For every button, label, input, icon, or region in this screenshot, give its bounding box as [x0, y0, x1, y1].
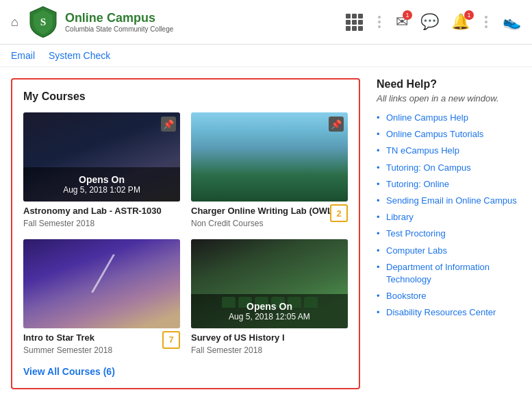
course-semester-astronomy: Fall Semester 2018: [23, 219, 180, 228]
tutoring-on-campus-link[interactable]: Tutoring: On Campus: [386, 162, 471, 173]
opens-on-date-survey: Aug 5, 2018 12:05 AM: [195, 312, 344, 321]
pin-icon: 📌: [161, 117, 176, 132]
test-proctoring-link[interactable]: Test Proctoring: [386, 228, 446, 239]
grid-dot: [352, 20, 357, 25]
list-item-dept-it: Department of Information Technology: [377, 261, 521, 286]
disability-link[interactable]: Disability Resources Center: [386, 307, 496, 317]
tn-ecampus-help-link[interactable]: TN eCampus Help: [386, 145, 459, 156]
svg-text:S: S: [40, 16, 47, 27]
courses-panel-title: My Courses: [23, 90, 348, 103]
list-item-sending-email: Sending Email in Online Campus: [377, 195, 521, 207]
course-thumb-survey: Opens On Aug 5, 2018 12:05 AM: [191, 239, 348, 328]
library-link[interactable]: Library: [386, 212, 414, 222]
view-all-courses-link[interactable]: View All Courses (6): [23, 366, 115, 377]
course-name-owl: Charger Online Writing Lab (OWL): [191, 206, 348, 217]
grid-dot: [358, 26, 363, 31]
course-thumb-charger: 📌: [191, 112, 348, 202]
subnav-systemcheck-link[interactable]: System Check: [49, 50, 110, 61]
opens-on-label-survey: Opens On: [195, 301, 344, 312]
bookstore-link[interactable]: Bookstore: [386, 291, 427, 301]
chat-icon: 💬: [420, 13, 439, 30]
course-info-astronomy: Astronomy and Lab - ASTR-1030 Fall Semes…: [23, 202, 180, 228]
courses-grid: 📌 Opens On Aug 5, 2018 1:02 PM Astronomy…: [23, 112, 348, 355]
course-badge-startrek: 7: [162, 331, 180, 349]
list-item-online-campus-help: Online Campus Help: [377, 112, 521, 124]
list-item-online-campus-tutorials: Online Campus Tutorials: [377, 128, 521, 141]
course-name-startrek: Intro to Star Trek: [23, 332, 180, 344]
grid-dot: [358, 20, 363, 25]
course-info-ushistory: Survey of US History I Fall Semester 201…: [191, 328, 348, 355]
course-name-ushistory: Survey of US History I: [191, 332, 348, 344]
list-item-bookstore: Bookstore: [377, 290, 521, 302]
grid-dot: [346, 20, 351, 25]
course-card-owl[interactable]: 📌 Charger Online Writing Lab (OWL) Non C…: [191, 112, 348, 228]
user-avatar[interactable]: 👟: [503, 13, 521, 31]
course-badge-owl: 2: [330, 204, 348, 222]
email-icon-wrap[interactable]: ✉ 1: [396, 13, 408, 31]
subnav: Email System Check: [0, 45, 532, 67]
thumb-overlay-survey: Opens On Aug 5, 2018 12:05 AM: [191, 294, 348, 328]
list-item-disability: Disability Resources Center: [377, 306, 521, 319]
online-campus-help-link[interactable]: Online Campus Help: [386, 112, 468, 123]
main-layout: My Courses 📌 Opens On Aug 5, 2018 1:02 P…: [0, 67, 532, 400]
grid-dot: [358, 14, 363, 19]
course-card-startrek[interactable]: Intro to Star Trek Summer Semester 2018 …: [23, 239, 180, 355]
avatar-icon: 👟: [503, 13, 521, 30]
pin-icon-charger: 📌: [329, 117, 344, 132]
grid-dot: [352, 14, 357, 19]
home-icon[interactable]: ⌂: [11, 15, 18, 29]
course-thumb-startrek: [23, 239, 180, 328]
logo-subtitle: Columbia State Community College: [65, 25, 173, 33]
help-title: Need Help?: [377, 78, 521, 90]
logo-area: S Online Campus Columbia State Community…: [27, 5, 173, 38]
separator: [375, 16, 383, 28]
chat-icon-wrap[interactable]: 💬: [420, 13, 439, 31]
lightning-decoration: [91, 254, 115, 293]
logo-shield-icon: S: [27, 5, 60, 38]
header-left: ⌂ S Online Campus Columbia State Communi…: [11, 5, 173, 38]
help-links-list: Online Campus Help Online Campus Tutoria…: [377, 112, 521, 319]
list-item-tn-ecampus-help: TN eCampus Help: [377, 145, 521, 157]
course-semester-owl: Non Credit Courses: [191, 219, 348, 228]
apps-grid-icon[interactable]: [346, 14, 363, 31]
thumb-overlay-astronomy: Opens On Aug 5, 2018 1:02 PM: [23, 167, 180, 202]
course-card-ushistory[interactable]: Opens On Aug 5, 2018 12:05 AM Survey of …: [191, 239, 348, 355]
courses-panel: My Courses 📌 Opens On Aug 5, 2018 1:02 P…: [11, 78, 360, 389]
email-badge: 1: [403, 10, 412, 20]
course-card-astr1030[interactable]: 📌 Opens On Aug 5, 2018 1:02 PM Astronomy…: [23, 112, 180, 228]
list-item-test-proctoring: Test Proctoring: [377, 228, 521, 240]
separator2: [482, 16, 490, 28]
dept-it-link[interactable]: Department of Information Technology: [386, 262, 490, 284]
course-info-startrek: Intro to Star Trek Summer Semester 2018 …: [23, 328, 180, 355]
bell-badge: 1: [464, 10, 474, 20]
course-name-astronomy: Astronomy and Lab - ASTR-1030: [23, 206, 180, 217]
list-item-library: Library: [377, 211, 521, 223]
course-semester-startrek: Summer Semester 2018: [23, 345, 180, 355]
bell-icon-wrap[interactable]: 🔔 1: [451, 13, 470, 31]
list-item-tutoring-online: Tutoring: Online: [377, 178, 521, 191]
header-right: ✉ 1 💬 🔔 1 👟: [346, 13, 521, 31]
course-thumb-astronomy: 📌 Opens On Aug 5, 2018 1:02 PM: [23, 112, 180, 202]
header: ⌂ S Online Campus Columbia State Communi…: [0, 0, 532, 45]
logo-text-block: Online Campus Columbia State Community C…: [65, 11, 173, 34]
grid-dot: [346, 14, 351, 19]
grid-dot: [352, 26, 357, 31]
course-info-owl: Charger Online Writing Lab (OWL) Non Cre…: [191, 202, 348, 228]
opens-on-label: Opens On: [27, 174, 176, 185]
help-panel: Need Help? All links open in a new windo…: [377, 78, 521, 389]
help-subtitle: All links open in a new window.: [377, 93, 521, 103]
tutoring-online-link[interactable]: Tutoring: Online: [386, 179, 449, 189]
computer-labs-link[interactable]: Computer Labs: [386, 245, 447, 256]
list-item-computer-labs: Computer Labs: [377, 245, 521, 257]
opens-on-date: Aug 5, 2018 1:02 PM: [27, 185, 176, 195]
online-campus-tutorials-link[interactable]: Online Campus Tutorials: [386, 129, 483, 139]
course-semester-ushistory: Fall Semester 2018: [191, 345, 348, 355]
grid-dot: [346, 26, 351, 31]
logo-title: Online Campus: [65, 11, 173, 26]
subnav-email-link[interactable]: Email: [11, 50, 35, 61]
sending-email-link[interactable]: Sending Email in Online Campus: [386, 195, 517, 206]
list-item-tutoring-on-campus: Tutoring: On Campus: [377, 162, 521, 174]
